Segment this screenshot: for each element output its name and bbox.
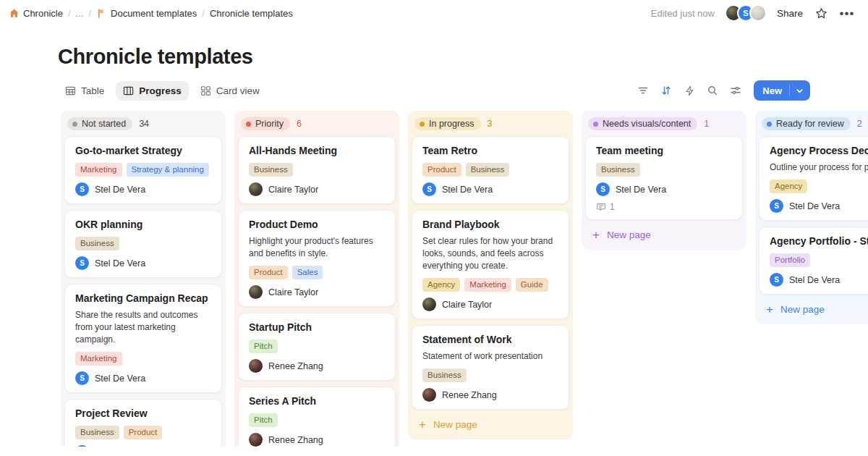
card[interactable]: Team RetroProductBusinessSStel De Vera bbox=[412, 136, 569, 204]
card[interactable]: Go-to-market StrategyMarketingStrategy &… bbox=[64, 136, 222, 204]
tag-row: Portfolio bbox=[770, 253, 868, 267]
chevron-down-icon[interactable] bbox=[790, 87, 810, 95]
card-list: Team RetroProductBusinessSStel De VeraBr… bbox=[412, 136, 569, 410]
board-column-ready-for-review: Ready for review2Agency Process DeckOutl… bbox=[755, 111, 868, 324]
comment-count-value: 1 bbox=[610, 202, 615, 212]
card[interactable]: Brand PlaybookSet clear rules for how yo… bbox=[412, 210, 569, 319]
avatar bbox=[249, 433, 263, 447]
card[interactable]: All-Hands MeetingBusinessClaire Taylor bbox=[238, 136, 396, 204]
card[interactable]: Agency Process DeckOutline your process … bbox=[759, 136, 868, 221]
tag-row: ProductBusiness bbox=[422, 163, 558, 177]
card-title: Marketing Campaign Recap bbox=[75, 292, 211, 305]
new-button-label: New bbox=[754, 85, 789, 96]
filter-icon[interactable] bbox=[634, 82, 652, 99]
tab-card-view[interactable]: Card view bbox=[193, 81, 267, 101]
card[interactable]: OKR planningBusinessSStel De Vera bbox=[64, 210, 222, 278]
assignee-name: Claire Taylor bbox=[442, 300, 492, 310]
tab-label: Progress bbox=[139, 85, 182, 96]
assignee-name: Stel De Vera bbox=[442, 185, 493, 195]
new-button[interactable]: New bbox=[754, 80, 810, 101]
star-icon[interactable] bbox=[813, 5, 829, 21]
plus-icon: + bbox=[419, 418, 426, 431]
tab-progress[interactable]: Progress bbox=[116, 81, 189, 101]
card-description: Statement of work presentation bbox=[422, 350, 558, 363]
assignee-name: Renee Zhang bbox=[268, 361, 323, 371]
tag-row: AgencyMarketingGuide bbox=[422, 278, 558, 292]
card[interactable]: Project ReviewBusinessProductSStel De Ve… bbox=[64, 399, 222, 447]
tag: Marketing bbox=[75, 352, 122, 366]
sort-icon[interactable] bbox=[657, 82, 676, 99]
card-title: Agency Portfolio - Studio bbox=[770, 235, 868, 248]
automation-icon[interactable] bbox=[680, 82, 699, 99]
card-title: Series A Pitch bbox=[249, 394, 385, 408]
collaborator-avatar[interactable] bbox=[749, 4, 767, 22]
column-status-label: Needs visuals/content bbox=[603, 119, 691, 129]
view-toolbar: Table Progress Card view bbox=[58, 80, 810, 101]
avatar: S bbox=[75, 256, 89, 270]
assignee-name: Stel De Vera bbox=[789, 201, 840, 211]
new-page-button[interactable]: +New page bbox=[412, 410, 569, 434]
assignee: Renee Zhang bbox=[249, 359, 385, 373]
card[interactable]: Startup PitchPitchRenee Zhang bbox=[238, 313, 396, 381]
card-title: Statement of Work bbox=[422, 333, 558, 346]
breadcrumb-home[interactable]: Chronicle bbox=[9, 8, 63, 19]
tab-table[interactable]: Table bbox=[58, 81, 111, 101]
tag: Business bbox=[596, 163, 640, 177]
avatar: S bbox=[770, 199, 783, 213]
avatar: S bbox=[422, 182, 436, 196]
breadcrumb: Chronicle / ... / Document templates / C… bbox=[9, 8, 293, 19]
collaborator-avatars[interactable]: S bbox=[725, 4, 767, 22]
board-column-priority: Priority6All-Hands MeetingBusinessClaire… bbox=[234, 111, 399, 447]
tag: Guide bbox=[516, 278, 548, 292]
view-settings-icon[interactable] bbox=[726, 82, 745, 99]
new-page-button[interactable]: +New page bbox=[759, 295, 868, 318]
breadcrumb-current[interactable]: Chronicle templates bbox=[210, 8, 293, 19]
card-title: Project Review bbox=[75, 407, 211, 420]
card-title: Team Retro bbox=[422, 144, 558, 157]
home-icon bbox=[9, 8, 20, 19]
card-title: Product Demo bbox=[249, 218, 385, 231]
avatar bbox=[249, 182, 263, 196]
tag-row: Business bbox=[249, 163, 385, 177]
assignee-name: Claire Taylor bbox=[268, 185, 318, 195]
card[interactable]: Statement of WorkStatement of work prese… bbox=[412, 325, 569, 410]
column-status-pill[interactable]: Needs visuals/content bbox=[588, 117, 697, 130]
tab-label: Card view bbox=[216, 85, 260, 96]
view-tabs: Table Progress Card view bbox=[58, 81, 267, 101]
tag-row: Business bbox=[422, 368, 558, 382]
breadcrumb-parent[interactable]: Document templates bbox=[96, 8, 197, 19]
new-page-label: New page bbox=[433, 419, 477, 430]
assignee-name: Stel De Vera bbox=[95, 185, 145, 195]
new-page-button[interactable]: +New page bbox=[585, 220, 743, 244]
assignee-name: Stel De Vera bbox=[616, 185, 666, 195]
search-icon[interactable] bbox=[703, 82, 722, 99]
tag: Agency bbox=[770, 180, 807, 193]
card[interactable]: Product DemoHighlight your product's fea… bbox=[238, 210, 396, 307]
card[interactable]: Agency Portfolio - StudioPortfolioSStel … bbox=[759, 227, 868, 295]
avatar bbox=[422, 388, 436, 402]
assignee: SStel De Vera bbox=[770, 199, 868, 213]
column-status-pill[interactable]: Priority bbox=[241, 117, 290, 130]
card[interactable]: Marketing Campaign RecapShare the result… bbox=[64, 284, 222, 393]
column-header: Priority6 bbox=[238, 115, 396, 136]
share-button[interactable]: Share bbox=[777, 8, 803, 19]
assignee-name: Renee Zhang bbox=[268, 435, 323, 445]
more-options-icon[interactable]: ••• bbox=[839, 5, 855, 21]
tag: Business bbox=[249, 163, 293, 177]
column-status-pill[interactable]: In progress bbox=[414, 117, 481, 130]
column-status-pill[interactable]: Ready for review bbox=[762, 117, 851, 130]
column-status-label: Not started bbox=[82, 119, 126, 129]
tag-row: Pitch bbox=[249, 339, 385, 353]
tag-row: ProductSales bbox=[249, 266, 385, 279]
breadcrumb-separator: / bbox=[68, 8, 71, 19]
breadcrumb-ellipsis[interactable]: ... bbox=[76, 8, 84, 19]
top-bar: Chronicle / ... / Document templates / C… bbox=[0, 0, 868, 26]
card[interactable]: Series A PitchPitchRenee Zhang bbox=[238, 387, 396, 447]
card[interactable]: Team meetingBusinessSStel De Vera1 bbox=[585, 136, 743, 220]
breadcrumb-label: Document templates bbox=[111, 8, 197, 19]
tag: Strategy & planning bbox=[127, 163, 209, 177]
board: Not started34Go-to-market StrategyMarket… bbox=[61, 111, 868, 447]
assignee: SStel De Vera bbox=[596, 182, 732, 196]
column-status-pill[interactable]: Not started bbox=[67, 117, 132, 130]
breadcrumb-separator: / bbox=[88, 8, 91, 19]
